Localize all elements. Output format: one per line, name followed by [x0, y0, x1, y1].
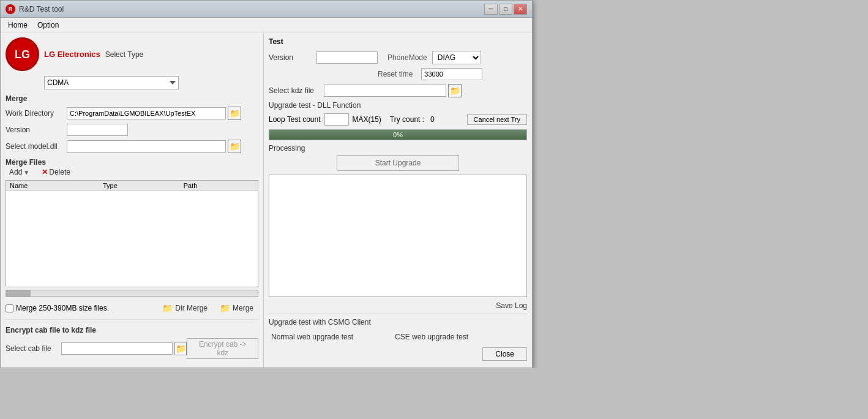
merge-checkbox-row: Merge 250-390MB size files. 📁 Dir Merge …: [6, 302, 258, 314]
col-name: Name: [6, 181, 99, 191]
kdz-row: Select kdz file 📁: [269, 84, 527, 97]
restore-icon: □: [504, 6, 507, 12]
loop-test-input[interactable]: [324, 113, 349, 126]
merge-files-section: Merge Files Add ▼ ✕ Delete: [6, 158, 258, 297]
lg-logo-inner: LG: [15, 49, 30, 60]
dir-merge-icon: 📁: [162, 303, 173, 313]
encrypt-section: Encrypt cab file to kdz file Select cab …: [6, 319, 258, 359]
add-button[interactable]: Add ▼: [6, 167, 33, 178]
company-name: LG Electronics: [44, 50, 100, 59]
file-table: Name Type Path: [6, 180, 258, 287]
horizontal-scrollbar[interactable]: [6, 290, 258, 297]
normal-web-upgrade-button[interactable]: Normal web upgrade test: [269, 331, 356, 342]
merge-size-checkbox[interactable]: [6, 304, 13, 312]
save-log-button[interactable]: Save Log: [496, 301, 527, 310]
log-area[interactable]: [269, 175, 527, 297]
version-right-label: Version: [269, 53, 312, 62]
delete-button[interactable]: ✕ Delete: [38, 167, 74, 178]
csmg-buttons-row: Normal web upgrade test CSE web upgrade …: [269, 331, 527, 342]
select-cab-label: Select cab file: [6, 344, 61, 353]
close-label: Close: [495, 350, 514, 358]
progress-percent: 0%: [393, 131, 403, 138]
merge-files-toolbar: Add ▼ ✕ Delete: [6, 167, 258, 178]
save-log-row: Save Log: [269, 301, 527, 310]
kdz-browse-button[interactable]: 📁: [448, 84, 462, 97]
add-label: Add: [9, 168, 22, 176]
progress-bar-container: 0%: [269, 129, 527, 140]
left-panel: LG LG Electronics Select Type CDMA GSM W…: [1, 32, 264, 368]
cancel-try-label: Cancel next Try: [474, 116, 520, 123]
menu-bar: Home Option: [1, 18, 532, 32]
select-cab-browse-button[interactable]: 📁: [174, 342, 187, 355]
upgrade-dll-label: Upgrade test - DLL Function: [269, 101, 527, 110]
col-path: Path: [180, 181, 258, 191]
reset-time-label: Reset time: [378, 70, 413, 78]
csmg-section: Upgrade test with CSMG Client Normal web…: [269, 314, 527, 342]
add-arrow-icon: ▼: [23, 169, 29, 176]
merge-files-label: Merge Files: [6, 158, 46, 167]
delete-label: Delete: [49, 168, 70, 176]
cancel-try-button[interactable]: Cancel next Try: [467, 114, 527, 125]
right-panel: Test Version PhoneMode DIAG AT USB Reset…: [264, 32, 532, 368]
kdz-folder-icon: 📁: [450, 86, 460, 96]
reset-time-row: Reset time: [378, 68, 527, 80]
delete-x-icon: ✕: [42, 168, 48, 176]
dir-merge-button[interactable]: 📁 Dir Merge: [157, 302, 212, 314]
select-model-dll-input[interactable]: [67, 140, 226, 153]
merge-button[interactable]: 📁 Merge: [215, 302, 258, 314]
reset-time-input[interactable]: [421, 68, 482, 80]
work-directory-browse-button[interactable]: 📁: [228, 107, 241, 120]
close-row: Close: [269, 347, 527, 361]
version-label: Version: [6, 126, 67, 134]
version-input[interactable]: [67, 124, 128, 136]
csmg-label: Upgrade test with CSMG Client: [269, 318, 527, 327]
window-title: R&D Test tool: [19, 5, 64, 13]
lg-logo-text: LG: [15, 49, 30, 60]
phone-mode-select[interactable]: DIAG AT USB: [432, 51, 481, 64]
encrypt-section-label: Encrypt cab file to kdz file: [6, 326, 258, 334]
select-kdz-label: Select kdz file: [269, 86, 324, 95]
test-version-row: Version PhoneMode DIAG AT USB: [269, 51, 527, 64]
encrypt-row: Select cab file 📁 Encrypt cab -> kdz: [6, 338, 258, 359]
select-model-dll-row: Select model.dll 📁: [6, 140, 258, 153]
folder-model-icon: 📁: [230, 142, 240, 151]
select-cab-input[interactable]: [61, 342, 173, 355]
start-upgrade-label: Start Upgrade: [375, 159, 421, 167]
logo-section: LG LG Electronics Select Type: [6, 37, 258, 71]
merge-size-label: Merge 250-390MB size files.: [16, 304, 109, 312]
normal-web-label: Normal web upgrade test: [271, 333, 353, 341]
test-section-label: Test: [269, 37, 527, 46]
phone-mode-label: PhoneMode: [387, 53, 427, 62]
main-window: R R&D Test tool ─ □ ✕ Home Option: [0, 0, 533, 368]
kdz-input[interactable]: [324, 85, 446, 97]
lg-logo: LG: [6, 37, 39, 71]
app-icon: R: [6, 4, 15, 14]
menu-option[interactable]: Option: [32, 20, 64, 31]
loop-test-label: Loop Test count: [269, 115, 321, 124]
dir-merge-label: Dir Merge: [175, 304, 208, 312]
select-model-dll-label: Select model.dll: [6, 142, 67, 151]
close-icon: ✕: [518, 6, 523, 12]
version-row: Version: [6, 124, 258, 136]
start-upgrade-button[interactable]: Start Upgrade: [337, 155, 459, 171]
menu-home[interactable]: Home: [3, 20, 32, 31]
progress-bar-fill: 0%: [269, 130, 526, 140]
cse-web-upgrade-button[interactable]: CSE web upgrade test: [392, 331, 471, 342]
scroll-thumb: [6, 290, 31, 296]
minimize-button[interactable]: ─: [484, 4, 498, 15]
max-label: MAX(15): [353, 115, 381, 124]
merge-icon: 📁: [220, 303, 230, 313]
encrypt-button[interactable]: Encrypt cab -> kdz: [187, 338, 258, 359]
merge-section-label: Merge: [6, 94, 258, 103]
select-model-dll-browse-button[interactable]: 📁: [228, 140, 241, 153]
version-right-input[interactable]: [316, 51, 378, 64]
work-directory-input[interactable]: [67, 107, 226, 119]
select-type-row: CDMA GSM WCDMA: [44, 76, 258, 89]
close-main-button[interactable]: Close: [482, 347, 527, 361]
processing-label: Processing: [269, 144, 527, 153]
restore-button[interactable]: □: [499, 4, 512, 15]
select-type-dropdown[interactable]: CDMA GSM WCDMA: [44, 76, 179, 89]
cse-web-label: CSE web upgrade test: [395, 333, 468, 341]
merge-label: Merge: [233, 304, 253, 312]
close-button[interactable]: ✕: [514, 4, 527, 15]
